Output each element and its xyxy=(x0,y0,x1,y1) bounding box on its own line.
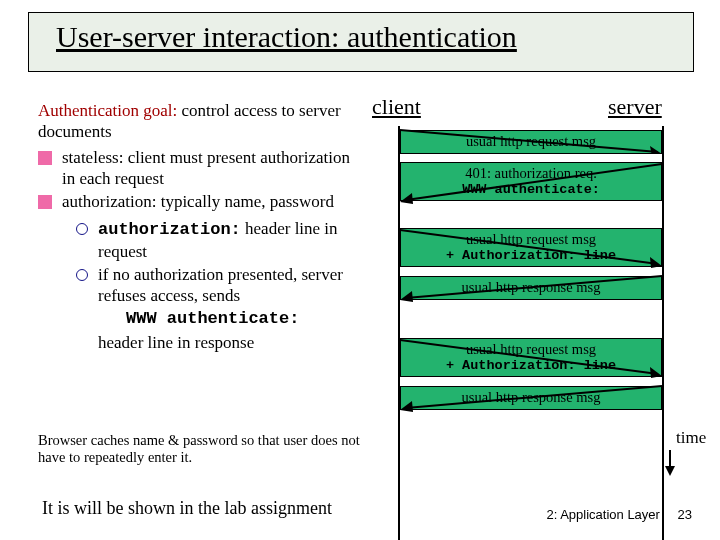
svg-marker-5 xyxy=(650,257,662,268)
server-heading: server xyxy=(608,94,662,120)
mono-authorization: authorization: xyxy=(98,220,241,239)
left-column: Authentication goal: control access to s… xyxy=(38,100,358,355)
circle-bullet-icon xyxy=(76,223,88,235)
lab-note: It is will be shown in the lab assignmen… xyxy=(42,498,332,519)
slide-footer: 2: Application Layer 23 xyxy=(546,507,692,522)
svg-line-8 xyxy=(400,340,658,374)
arrow-left-icon xyxy=(400,272,662,302)
arrow-right-icon xyxy=(400,224,662,268)
svg-line-10 xyxy=(406,386,662,408)
mono-www-authenticate: WWW authenticate: xyxy=(126,308,358,329)
arrow-left-icon xyxy=(400,382,662,412)
footer-page-number: 23 xyxy=(678,507,692,522)
subbullet-www-auth: if no authorization presented, server re… xyxy=(76,264,358,353)
arrow-left-icon xyxy=(400,160,662,204)
square-bullet-icon xyxy=(38,151,52,165)
bullet-stateless: stateless: client must present authoriza… xyxy=(38,147,358,190)
bullet-stateless-text: stateless: client must present authoriza… xyxy=(62,147,358,190)
svg-line-0 xyxy=(400,130,658,152)
bullet-authorization-text: authorization: typically name, password xyxy=(62,191,358,212)
footer-section: 2: Application Layer xyxy=(546,507,659,522)
square-bullet-icon xyxy=(38,195,52,209)
subbullet-auth-header-text: authorization: header line in request xyxy=(98,218,358,262)
svg-marker-1 xyxy=(650,146,662,154)
browser-caches-caption: Browser caches name & password so that u… xyxy=(38,432,368,467)
svg-marker-9 xyxy=(650,367,662,378)
client-heading: client xyxy=(372,94,421,120)
svg-marker-7 xyxy=(400,291,413,302)
circle-bullet-icon xyxy=(76,269,88,281)
auth-goal-label: Authentication goal: xyxy=(38,101,177,120)
bullet-authorization: authorization: typically name, password xyxy=(38,191,358,212)
arrow-right-icon xyxy=(400,124,662,154)
arrow-right-icon xyxy=(400,334,662,378)
auth-goal: Authentication goal: control access to s… xyxy=(38,100,358,143)
svg-marker-13 xyxy=(665,466,675,476)
svg-marker-3 xyxy=(400,193,413,204)
subbullet-www-auth-text: if no authorization presented, server re… xyxy=(98,264,358,353)
svg-marker-11 xyxy=(400,401,413,412)
slide-title: User-server interaction: authentication xyxy=(56,20,517,54)
time-arrow-icon xyxy=(662,450,678,480)
svg-line-6 xyxy=(406,276,662,298)
subbullet-auth-header: authorization: header line in request xyxy=(76,218,358,262)
svg-line-4 xyxy=(400,230,658,264)
time-label: time xyxy=(676,428,706,448)
svg-line-2 xyxy=(406,164,662,200)
